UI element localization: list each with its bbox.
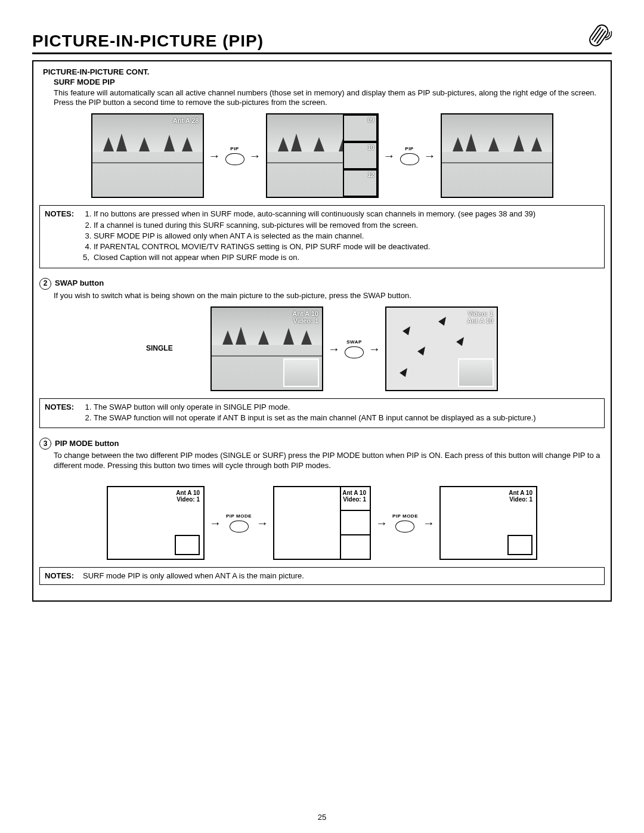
arrow-icon: → bbox=[249, 150, 261, 162]
pip-sub bbox=[458, 358, 494, 387]
swap-button: SWAP bbox=[345, 339, 364, 358]
surf-figure: Ant A 28 → PIP → 09 10 12 → PIP bbox=[39, 113, 605, 198]
page-number: 25 bbox=[0, 813, 644, 822]
pipmode-button: PIP MODE bbox=[226, 513, 252, 532]
pipmode-button: PIP MODE bbox=[392, 513, 418, 532]
pip-sub bbox=[283, 358, 319, 387]
notes-list: If no buttons are pressed when in SURF m… bbox=[83, 209, 535, 264]
surf-screen-1: Ant A 28 bbox=[91, 113, 204, 198]
osd-label: Ant A 10Video: 1 bbox=[176, 490, 200, 503]
notes-box-1: NOTES: If no buttons are pressed when in… bbox=[39, 205, 605, 268]
arrow-icon: → bbox=[369, 343, 380, 355]
section-subheading: SURF MODE PIP bbox=[54, 78, 605, 87]
mode-screen-3: Ant A 10Video: 1 bbox=[439, 486, 537, 560]
page-title: PICTURE-IN-PICTURE (PIP) bbox=[32, 30, 264, 51]
notes-label: NOTES: bbox=[45, 209, 78, 219]
swap-figure: SINGLE Ant A 10Video: 1 → SWAP → bbox=[39, 306, 605, 391]
pip-button: PIP bbox=[225, 146, 244, 165]
arrow-icon: → bbox=[209, 517, 221, 529]
swap-heading: 2 SWAP button bbox=[39, 278, 605, 290]
swap-screen-a: Ant A 10Video: 1 bbox=[210, 306, 323, 391]
osd-label: Video: 1Ant A 10 bbox=[467, 310, 493, 325]
notes-box-3: NOTES: SURF mode PIP is only allowed whe… bbox=[39, 567, 605, 585]
osd-label: Ant A 10Video: 1 bbox=[292, 310, 318, 325]
notes-label: NOTES: bbox=[45, 402, 78, 412]
mode-screen-2: Ant A 10Video: 1 bbox=[273, 486, 371, 560]
arrow-icon: → bbox=[423, 517, 435, 529]
notes-text: SURF mode PIP is only allowed when ANT A… bbox=[83, 571, 304, 581]
swap-screen-b: Video: 1Ant A 10 bbox=[385, 306, 498, 391]
pip-button: PIP bbox=[400, 146, 419, 165]
swap-para: If you wish to switch what is being show… bbox=[54, 291, 605, 301]
pip-strip bbox=[340, 487, 370, 559]
mode-figure: Ant A 10Video: 1 → PIP MODE → Ant A 10Vi… bbox=[39, 486, 605, 560]
content-frame: PICTURE-IN-PICTURE CONT. SURF MODE PIP T… bbox=[32, 60, 612, 602]
arrow-icon: → bbox=[424, 150, 436, 162]
surf-strip: 09 10 12 bbox=[343, 114, 377, 197]
notes-list: The SWAP button will only operate in SIN… bbox=[83, 402, 536, 425]
pip-single bbox=[507, 535, 532, 555]
mode-screen-1: Ant A 10Video: 1 bbox=[107, 486, 205, 560]
notes-box-2: NOTES: The SWAP button will only operate… bbox=[39, 398, 605, 429]
remote-icon bbox=[578, 16, 618, 57]
osd-label: Ant A 10Video: 1 bbox=[509, 490, 532, 503]
surf-intro: This feature will automatically scan all… bbox=[54, 88, 605, 108]
pip-single bbox=[175, 535, 200, 555]
arrow-icon: → bbox=[376, 517, 388, 529]
notes-label: NOTES: bbox=[45, 571, 78, 581]
surf-screen-3 bbox=[441, 113, 553, 198]
osd-label: Ant A 28 bbox=[173, 117, 199, 125]
single-label: SINGLE bbox=[146, 344, 206, 353]
mode-para: To change between the two different PIP … bbox=[54, 451, 605, 470]
surf-screen-2: 09 10 12 bbox=[266, 113, 379, 198]
arrow-icon: → bbox=[328, 343, 340, 355]
arrow-icon: → bbox=[256, 517, 268, 529]
arrow-icon: → bbox=[209, 150, 221, 162]
section-heading: PICTURE-IN-PICTURE CONT. bbox=[43, 67, 605, 77]
mode-heading: 3 PIP MODE button bbox=[39, 438, 605, 450]
arrow-icon: → bbox=[383, 150, 395, 162]
